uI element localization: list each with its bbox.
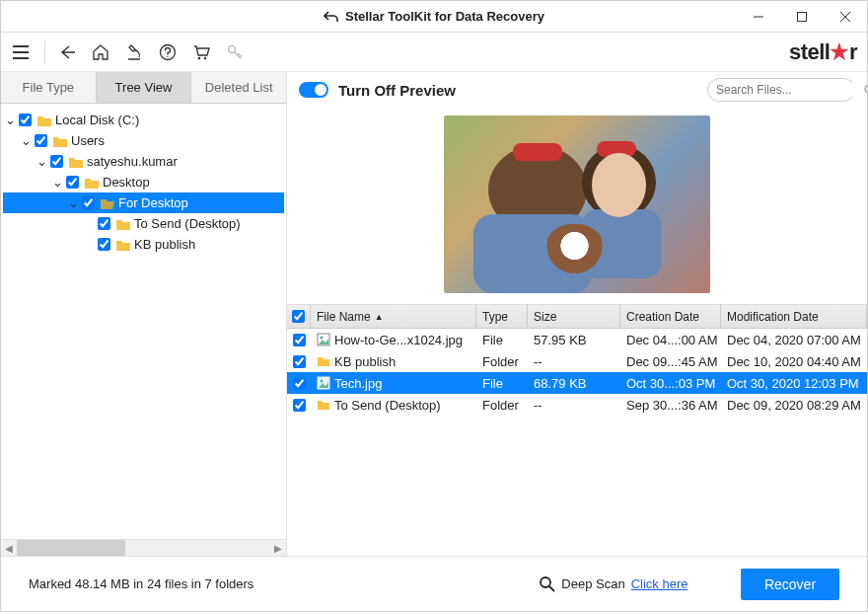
select-all-checkbox[interactable] <box>292 310 305 323</box>
column-modification-date[interactable]: Modification Date <box>721 305 867 328</box>
svg-point-10 <box>541 577 550 587</box>
svg-rect-0 <box>798 13 807 22</box>
brand-prefix: stell <box>789 39 831 64</box>
back-icon[interactable] <box>51 37 83 68</box>
tree-checkbox[interactable] <box>82 196 95 209</box>
tree-node-users[interactable]: ⌄ Users <box>3 130 284 151</box>
tree-node-to-send[interactable]: ⌄ To Send (Desktop) <box>3 213 284 234</box>
tree-node-desktop[interactable]: ⌄ Desktop <box>3 172 284 192</box>
svg-point-2 <box>198 56 201 59</box>
help-icon[interactable] <box>152 37 183 68</box>
toolbar: stell★r <box>1 33 867 72</box>
home-icon[interactable] <box>85 37 116 68</box>
recover-button[interactable]: Recover <box>741 569 839 600</box>
folder-icon <box>52 134 68 148</box>
table-row[interactable]: To Send (Desktop) Folder -- Sep 30...:36… <box>287 394 867 416</box>
column-file-name[interactable]: File Name▲ <box>311 305 476 328</box>
preview-toggle[interactable] <box>299 82 328 98</box>
tree-checkbox[interactable] <box>66 176 79 189</box>
svg-point-3 <box>204 56 207 59</box>
tree-label: KB publish <box>134 237 195 252</box>
search-box[interactable] <box>707 78 855 102</box>
scroll-thumb[interactable] <box>17 540 125 556</box>
tree-label: To Send (Desktop) <box>134 216 241 231</box>
tab-file-type[interactable]: File Type <box>1 72 97 103</box>
minimize-button[interactable] <box>737 1 780 33</box>
chevron-down-icon[interactable]: ⌄ <box>50 175 64 190</box>
sort-asc-icon: ▲ <box>375 312 384 322</box>
preview-toggle-label: Turn Off Preview <box>338 82 456 99</box>
preview-pane <box>287 108 867 300</box>
tab-tree-view[interactable]: Tree View <box>97 72 192 103</box>
folder-icon <box>115 217 131 231</box>
tree-node-kb-publish[interactable]: ⌄ KB publish <box>3 234 284 255</box>
brand-star-icon: ★ <box>830 39 849 64</box>
svg-point-9 <box>321 380 324 383</box>
tree-checkbox[interactable] <box>50 155 63 168</box>
table-row[interactable]: KB publish Folder -- Dec 09...:45 AM Dec… <box>287 350 867 372</box>
column-creation-date[interactable]: Creation Date <box>620 305 721 328</box>
tree-checkbox[interactable] <box>35 134 47 147</box>
cart-icon[interactable] <box>185 37 217 68</box>
svg-point-7 <box>321 337 324 340</box>
deep-scan-label: Deep Scan <box>561 576 624 591</box>
tree-label: Local Disk (C:) <box>55 113 139 127</box>
left-panel: File Type Tree View Deleted List ⌄ Local… <box>1 72 287 556</box>
folder-icon <box>84 176 100 190</box>
chevron-down-icon[interactable]: ⌄ <box>35 154 48 169</box>
right-top-bar: Turn Off Preview <box>287 72 867 108</box>
image-file-icon <box>317 333 330 346</box>
column-size[interactable]: Size <box>528 305 620 328</box>
table-header: File Name▲ Type Size Creation Date Modif… <box>287 305 867 329</box>
close-button[interactable] <box>824 1 867 33</box>
microscope-icon[interactable] <box>118 37 150 68</box>
search-input[interactable] <box>716 83 864 97</box>
scroll-left-arrow[interactable]: ◀ <box>1 543 17 554</box>
maximize-button[interactable] <box>780 1 824 33</box>
tree-label: satyeshu.kumar <box>87 154 178 169</box>
tree-node-user[interactable]: ⌄ satyeshu.kumar <box>3 151 284 172</box>
search-icon <box>540 576 555 592</box>
tree-checkbox[interactable] <box>98 217 110 230</box>
undo-icon <box>324 10 339 24</box>
chevron-down-icon[interactable]: ⌄ <box>3 113 17 127</box>
scroll-right-arrow[interactable]: ▶ <box>270 543 286 554</box>
status-text: Marked 48.14 MB in 24 files in 7 folders <box>29 576 253 591</box>
file-table: File Name▲ Type Size Creation Date Modif… <box>287 304 867 556</box>
tab-deleted-list[interactable]: Deleted List <box>191 72 286 103</box>
folder-tree[interactable]: ⌄ Local Disk (C:) ⌄ Users ⌄ satyeshu.kum… <box>1 104 286 539</box>
tree-label: Users <box>71 133 105 148</box>
titlebar: Stellar ToolKit for Data Recovery <box>1 1 867 33</box>
tree-node-for-desktop[interactable]: ⌄ For Desktop <box>3 192 284 213</box>
deep-scan-link[interactable]: Click here <box>631 576 688 591</box>
menu-icon[interactable] <box>7 37 38 68</box>
brand-logo: stell★r <box>789 39 857 65</box>
svg-point-4 <box>229 45 236 52</box>
folder-icon <box>68 155 84 169</box>
tree-checkbox[interactable] <box>19 114 32 126</box>
window-title: Stellar ToolKit for Data Recovery <box>324 9 544 24</box>
row-checkbox[interactable] <box>293 334 306 346</box>
right-panel: Turn Off Preview File Name▲ Type Siz <box>287 72 867 556</box>
column-type[interactable]: Type <box>476 305 528 328</box>
footer: Marked 48.14 MB in 24 files in 7 folders… <box>1 556 867 611</box>
tree-label: For Desktop <box>118 195 188 210</box>
tree-checkbox[interactable] <box>98 238 110 251</box>
horizontal-scrollbar[interactable]: ◀ ▶ <box>1 539 286 556</box>
row-checkbox[interactable] <box>293 355 306 368</box>
search-icon[interactable] <box>864 84 868 97</box>
deep-scan: Deep Scan Click here <box>540 576 687 592</box>
tree-label: Desktop <box>103 175 150 190</box>
key-icon[interactable] <box>219 37 251 68</box>
folder-icon <box>115 238 131 252</box>
chevron-down-icon[interactable]: ⌄ <box>19 133 33 148</box>
table-row[interactable]: How-to-Ge...x1024.jpg File 57.95 KB Dec … <box>287 329 867 350</box>
brand-suffix: r <box>849 39 857 64</box>
row-checkbox[interactable] <box>293 377 306 390</box>
tree-node-local-disk[interactable]: ⌄ Local Disk (C:) <box>3 110 284 130</box>
row-checkbox[interactable] <box>293 399 306 412</box>
table-row[interactable]: Tech.jpg File 68.79 KB Oct 30...:03 PM O… <box>287 372 867 394</box>
chevron-down-icon[interactable]: ⌄ <box>66 195 80 210</box>
preview-image <box>444 115 710 293</box>
folder-icon <box>317 355 330 367</box>
